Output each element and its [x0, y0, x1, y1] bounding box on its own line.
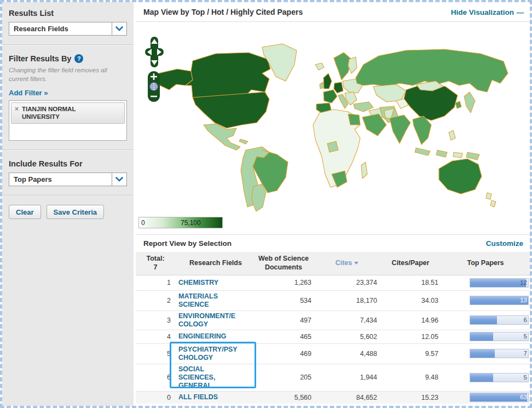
- row-field-cell: ENGINEERING: [175, 330, 253, 343]
- include-results-dropdown-value: Top Papers: [9, 175, 112, 183]
- research-field-link[interactable]: ALL FIELDS: [178, 393, 218, 401]
- chevron-down-icon[interactable]: [112, 173, 126, 186]
- row-top-papers-cell: 7: [441, 343, 530, 364]
- row-rank: 1: [136, 275, 175, 290]
- row-cites-per-paper: 18.51: [380, 275, 441, 290]
- map-country-usa[interactable]: [193, 92, 269, 128]
- map-country-france[interactable]: [323, 90, 337, 103]
- map-country-cuba[interactable]: [239, 139, 248, 144]
- row-documents: 1,263: [253, 275, 314, 290]
- report-panel-header: Report View by Selection Customize: [136, 234, 530, 252]
- map-country-sulawesi[interactable]: [453, 152, 462, 158]
- report-title: Report View by Selection: [143, 239, 232, 248]
- map-zoom-control[interactable]: [148, 71, 160, 102]
- row-documents: 205: [253, 364, 314, 391]
- filter-tag[interactable]: × TIANJIN NORMAL UNIVERSITY: [11, 102, 125, 124]
- row-field-cell: PSYCHIATRY/PSYCHOLOGY: [175, 343, 253, 364]
- research-field-link[interactable]: ENVIRONMENT/ECOLOGY: [178, 312, 238, 329]
- map-country-nigeria[interactable]: [327, 141, 338, 152]
- col-header-cites-per-paper: Cites/Paper: [380, 252, 441, 275]
- map-country-new-guinea[interactable]: [466, 152, 479, 160]
- world-choropleth-map[interactable]: [139, 31, 527, 211]
- map-country-sumatra[interactable]: [415, 148, 430, 156]
- row-rank: 2: [136, 290, 175, 311]
- add-filter-link[interactable]: Add Filter »: [9, 89, 48, 97]
- row-documents: 469: [253, 343, 314, 364]
- map-country-ireland[interactable]: [320, 82, 324, 89]
- map-country-australia[interactable]: [439, 159, 482, 194]
- row-documents: 534: [253, 290, 314, 311]
- row-cites: 5,602: [314, 330, 380, 343]
- top-papers-value: 12: [520, 279, 527, 286]
- results-list-dropdown[interactable]: Research Fields: [9, 22, 127, 36]
- save-criteria-button[interactable]: Save Criteria: [47, 205, 105, 219]
- row-cites-per-paper: 14.96: [380, 311, 441, 330]
- top-papers-bar: 5: [470, 373, 529, 382]
- map-country-borneo[interactable]: [436, 150, 447, 157]
- sidebar-divider: [2, 44, 134, 45]
- map-country-new-zealand-south[interactable]: [490, 200, 496, 207]
- help-icon[interactable]: ?: [74, 54, 83, 63]
- clear-button[interactable]: Clear: [9, 205, 41, 219]
- include-results-dropdown[interactable]: Top Papers: [9, 173, 127, 186]
- map-country-philippines[interactable]: [449, 130, 455, 140]
- customize-link[interactable]: Customize: [486, 239, 523, 248]
- research-field-link[interactable]: MATERIALS SCIENCE: [178, 292, 238, 309]
- map-country-mexico[interactable]: [204, 124, 240, 150]
- chevron-down-icon[interactable]: [112, 22, 126, 35]
- map-country-southeast-asia[interactable]: [413, 116, 431, 145]
- row-cites: 1,944: [314, 364, 380, 391]
- filter-results-title: Filter Results By: [9, 54, 71, 63]
- row-cites: 84,652: [314, 391, 380, 404]
- map-country-iceland[interactable]: [315, 63, 324, 70]
- sort-descending-icon: [354, 262, 358, 265]
- top-papers-value: 5: [524, 374, 527, 381]
- top-papers-bar-fill: [470, 296, 528, 304]
- map-country-alaska[interactable]: [158, 69, 193, 90]
- map-country-india[interactable]: [390, 115, 410, 143]
- table-row: 2MATERIALS SCIENCE53418,17034.0313: [136, 290, 530, 311]
- collapse-icon[interactable]: —: [517, 8, 524, 16]
- include-results-title: Include Results For: [9, 159, 127, 168]
- top-papers-bar-fill: [470, 316, 497, 324]
- research-field-link[interactable]: CHEMISTRY: [178, 279, 218, 287]
- map-country-south-korea[interactable]: [455, 101, 461, 108]
- table-header-row: Total:7 Research Fields Web of Science D…: [136, 252, 530, 275]
- row-cites-per-paper: 12.05: [380, 330, 441, 343]
- map-country-germany[interactable]: [334, 82, 343, 93]
- top-papers-bar-fill: [470, 279, 526, 287]
- row-cites: 18,170: [314, 290, 380, 311]
- map-country-egypt[interactable]: [348, 114, 360, 125]
- research-field-link[interactable]: ENGINEERING: [178, 332, 227, 341]
- row-top-papers-cell: 6: [441, 311, 530, 330]
- col-header-total: Total:7: [136, 252, 175, 275]
- row-top-papers-cell: 12: [441, 275, 530, 290]
- remove-filter-icon[interactable]: ×: [15, 105, 19, 113]
- row-cites-per-paper: 15.23: [380, 391, 441, 404]
- row-top-papers-cell: 13: [441, 290, 530, 311]
- top-papers-bar: 5: [470, 332, 529, 341]
- hide-visualization-link[interactable]: Hide Visualization: [451, 8, 514, 16]
- research-field-link[interactable]: SOCIAL SCIENCES, GENERAL: [178, 365, 238, 390]
- col-header-top-papers: Top Papers: [441, 252, 530, 275]
- map-country-united-kingdom[interactable]: [323, 73, 332, 89]
- row-documents: 465: [253, 330, 314, 343]
- top-papers-bar-fill: [470, 393, 527, 401]
- map-country-argentina[interactable]: [252, 184, 266, 211]
- map-country-finland[interactable]: [348, 57, 357, 73]
- row-rank: 6: [136, 364, 175, 391]
- research-field-link[interactable]: PSYCHIATRY/PSYCHOLOGY: [178, 346, 238, 362]
- map-pan-control[interactable]: [145, 36, 164, 68]
- sidebar-divider: [2, 150, 134, 151]
- top-papers-value: 13: [520, 297, 527, 303]
- map-country-canada[interactable]: [186, 53, 270, 97]
- row-cites-per-paper: 9.48: [380, 364, 441, 391]
- map-country-japan[interactable]: [464, 92, 475, 113]
- row-field-cell: ALL FIELDS: [175, 391, 253, 404]
- filter-tag-label: TIANJIN NORMAL UNIVERSITY: [22, 105, 104, 121]
- col-header-cites[interactable]: Cites: [314, 252, 380, 275]
- map-country-madagascar[interactable]: [361, 162, 367, 179]
- row-rank: 3: [136, 311, 175, 330]
- top-papers-bar: 12: [470, 278, 529, 288]
- map-country-new-zealand-north[interactable]: [486, 193, 491, 199]
